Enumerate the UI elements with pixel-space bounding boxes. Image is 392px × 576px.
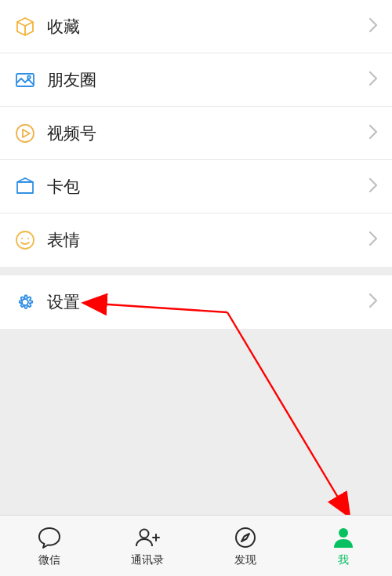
menu-item-label: 朋友圈	[47, 69, 368, 91]
svg-point-2	[16, 125, 34, 142]
tab-me[interactable]: 我	[294, 516, 392, 576]
tab-contacts[interactable]: 通讯录	[98, 516, 196, 576]
svg-point-1	[27, 75, 31, 78]
menu-item-favorites[interactable]: 收藏	[0, 0, 392, 53]
tab-chats[interactable]: 微信	[0, 516, 98, 576]
gear-icon	[14, 291, 36, 313]
svg-point-11	[339, 528, 348, 538]
svg-point-6	[22, 299, 28, 305]
menu-group-1: 收藏 朋友圈 视频号	[0, 0, 392, 267]
chevron-right-icon	[368, 177, 378, 196]
smile-icon	[14, 229, 36, 251]
menu-item-label: 卡包	[47, 176, 368, 198]
cube-icon	[14, 16, 36, 38]
person-icon	[330, 524, 357, 551]
compass-icon	[232, 524, 259, 551]
tab-discover[interactable]: 发现	[196, 516, 294, 576]
chevron-right-icon	[368, 231, 378, 250]
tab-bar: 微信 通讯录 发现 我	[0, 515, 392, 576]
menu-item-moments[interactable]: 朋友圈	[0, 53, 392, 107]
svg-point-9	[140, 530, 148, 538]
svg-point-4	[21, 238, 23, 239]
menu-item-channels[interactable]: 视频号	[0, 107, 392, 160]
contacts-icon	[134, 524, 161, 551]
photo-icon	[14, 69, 36, 91]
group-separator	[0, 267, 392, 275]
tab-label: 通讯录	[131, 553, 164, 567]
menu-item-label: 表情	[47, 229, 368, 251]
svg-point-3	[16, 231, 34, 249]
menu-item-label: 设置	[47, 291, 368, 313]
menu-item-label: 视频号	[47, 122, 368, 144]
menu-item-label: 收藏	[47, 16, 368, 38]
me-screen: 收藏 朋友圈 视频号	[0, 0, 392, 576]
tab-label: 我	[338, 553, 349, 567]
play-circle-icon	[14, 122, 36, 144]
menu-item-settings[interactable]: 设置	[0, 275, 392, 329]
chevron-right-icon	[368, 17, 378, 36]
menu-item-stickers[interactable]: 表情	[0, 213, 392, 267]
svg-line-8	[227, 312, 349, 516]
tab-label: 微信	[38, 553, 60, 567]
chevron-right-icon	[368, 124, 378, 143]
menu-item-cards[interactable]: 卡包	[0, 160, 392, 213]
card-icon	[14, 176, 36, 198]
tab-label: 发现	[234, 553, 256, 567]
chevron-right-icon	[368, 293, 378, 312]
chevron-right-icon	[368, 71, 378, 89]
chat-bubble-icon	[36, 524, 63, 551]
svg-point-10	[236, 528, 255, 547]
svg-point-5	[27, 238, 29, 239]
menu-group-2: 设置	[0, 275, 392, 329]
